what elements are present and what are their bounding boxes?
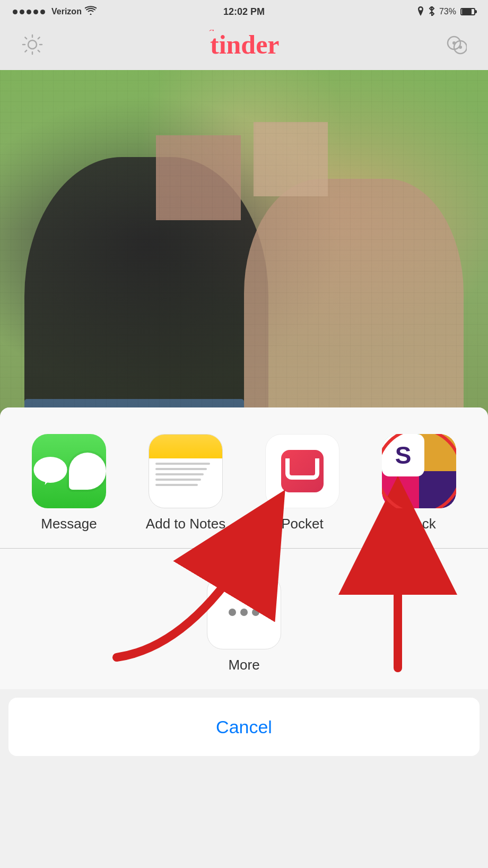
signal-dot-3 (27, 10, 31, 14)
notes-lines (149, 458, 222, 508)
signal-dot-2 (20, 10, 24, 14)
signal-dot-4 (33, 10, 38, 14)
svg-point-0 (28, 40, 37, 49)
cancel-section: Cancel (8, 698, 480, 756)
time-display: 12:02 PM (223, 6, 265, 18)
slack-quad-yellow (419, 434, 456, 471)
battery-icon (460, 8, 475, 15)
slack-quad-purple (419, 471, 456, 508)
svg-point-4 (452, 41, 456, 45)
svg-point-5 (459, 46, 462, 49)
slack-s-logo: S (382, 434, 424, 476)
carrier-label: Verizon (51, 7, 82, 16)
notes-line-4 (155, 479, 201, 481)
gear-icon[interactable] (21, 33, 43, 60)
svg-text:tinder: tinder (210, 30, 280, 59)
arrow-1 (85, 509, 297, 668)
notes-line-5 (155, 484, 198, 486)
notes-line-1 (155, 463, 210, 465)
cancel-button[interactable]: Cancel (8, 698, 480, 756)
location-icon (417, 6, 424, 18)
bluetooth-icon (429, 6, 435, 18)
battery-percentage: 73% (439, 7, 456, 16)
wifi-icon (85, 6, 97, 18)
notes-icon (149, 434, 223, 508)
slack-icon: S (382, 434, 456, 508)
share-sheet: Message Add to Notes (0, 407, 488, 868)
tinder-logo: tinder (202, 27, 286, 67)
signal-dot-5 (40, 10, 45, 14)
pocket-icon (265, 434, 339, 508)
pocket-inner (281, 450, 324, 492)
signal-dot-1 (13, 10, 18, 14)
battery-fill (462, 9, 472, 14)
notes-top (149, 435, 222, 458)
notes-line-3 (155, 473, 204, 475)
arrow-2 (302, 509, 435, 679)
signal-dots (13, 10, 45, 14)
slack-quad-pink (382, 471, 419, 508)
status-bar: Verizon 12:02 PM 73% (0, 0, 488, 23)
notes-line-2 (155, 468, 207, 470)
chat-icon[interactable] (445, 33, 467, 60)
status-left: Verizon (13, 6, 97, 18)
svg-point-6 (34, 457, 67, 483)
tinder-header: tinder (0, 23, 488, 70)
share-second-row: More (0, 549, 488, 689)
status-right: 73% (417, 6, 475, 18)
message-icon (32, 434, 106, 508)
